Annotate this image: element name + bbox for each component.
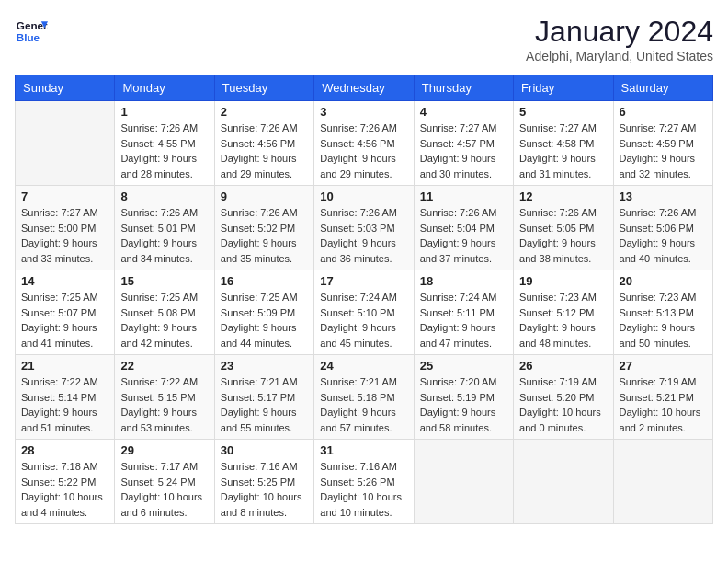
calendar-cell: 13Sunrise: 7:26 AMSunset: 5:06 PMDayligh… [613, 186, 712, 270]
title-block: January 2024 Adelphi, Maryland, United S… [526, 15, 713, 63]
calendar-week-row: 1Sunrise: 7:26 AMSunset: 4:55 PMDaylight… [16, 101, 713, 186]
sunrise-text: Sunrise: 7:27 AM [21, 205, 108, 221]
sunrise-text: Sunrise: 7:19 AM [620, 374, 707, 390]
cell-content: Sunrise: 7:22 AMSunset: 5:15 PMDaylight:… [120, 374, 208, 435]
sunset-text: Sunset: 5:10 PM [320, 305, 407, 321]
calendar-cell: 22Sunrise: 7:22 AMSunset: 5:15 PMDayligh… [115, 355, 214, 440]
svg-text:Blue: Blue [17, 31, 40, 43]
sunset-text: Sunset: 5:04 PM [420, 221, 507, 236]
cell-content: Sunrise: 7:26 AMSunset: 5:03 PMDaylight:… [320, 205, 407, 266]
day-number: 25 [420, 359, 507, 373]
sunset-text: Sunset: 5:02 PM [221, 221, 308, 236]
calendar-cell [613, 440, 712, 524]
daylight-text: Daylight: 9 hours and 30 minutes. [420, 151, 507, 181]
header-day: Wednesday [314, 75, 414, 101]
daylight-text: Daylight: 9 hours and 41 minutes. [21, 320, 108, 350]
calendar-cell: 16Sunrise: 7:25 AMSunset: 5:09 PMDayligh… [214, 270, 313, 355]
day-number: 15 [120, 274, 208, 288]
calendar-cell [16, 101, 115, 186]
calendar-cell: 9Sunrise: 7:26 AMSunset: 5:02 PMDaylight… [214, 186, 313, 270]
sunrise-text: Sunrise: 7:23 AM [519, 290, 607, 305]
day-number: 28 [21, 443, 108, 457]
calendar-cell: 6Sunrise: 7:27 AMSunset: 4:59 PMDaylight… [613, 101, 712, 186]
daylight-text: Daylight: 9 hours and 51 minutes. [21, 405, 108, 435]
sunrise-text: Sunrise: 7:20 AM [420, 374, 507, 390]
cell-content: Sunrise: 7:26 AMSunset: 5:01 PMDaylight:… [120, 205, 208, 266]
sunrise-text: Sunrise: 7:18 AM [21, 459, 108, 475]
daylight-text: Daylight: 9 hours and 32 minutes. [620, 151, 707, 181]
day-number: 11 [420, 190, 507, 203]
calendar-cell: 12Sunrise: 7:26 AMSunset: 5:05 PMDayligh… [514, 186, 613, 270]
calendar-cell: 10Sunrise: 7:26 AMSunset: 5:03 PMDayligh… [314, 186, 414, 270]
sunset-text: Sunset: 5:26 PM [320, 475, 407, 490]
sunrise-text: Sunrise: 7:25 AM [221, 290, 308, 305]
daylight-text: Daylight: 9 hours and 45 minutes. [320, 320, 407, 350]
cell-content: Sunrise: 7:26 AMSunset: 5:04 PMDaylight:… [420, 205, 507, 266]
cell-content: Sunrise: 7:25 AMSunset: 5:09 PMDaylight:… [221, 290, 308, 350]
sunrise-text: Sunrise: 7:26 AM [120, 205, 208, 221]
daylight-text: Daylight: 9 hours and 37 minutes. [420, 236, 507, 266]
header-day: Saturday [613, 75, 712, 101]
day-number: 19 [519, 274, 607, 288]
day-number: 27 [620, 359, 707, 373]
sunset-text: Sunset: 5:11 PM [420, 305, 507, 321]
sunset-text: Sunset: 5:19 PM [420, 390, 507, 406]
daylight-text: Daylight: 9 hours and 33 minutes. [21, 236, 108, 266]
location: Adelphi, Maryland, United States [526, 49, 713, 63]
cell-content: Sunrise: 7:18 AMSunset: 5:22 PMDaylight:… [21, 459, 108, 520]
sunrise-text: Sunrise: 7:27 AM [519, 121, 607, 136]
sunset-text: Sunset: 5:22 PM [21, 475, 108, 490]
day-number: 14 [21, 274, 108, 288]
header-day: Friday [514, 75, 613, 101]
cell-content: Sunrise: 7:25 AMSunset: 5:07 PMDaylight:… [21, 290, 108, 350]
cell-content: Sunrise: 7:26 AMSunset: 5:06 PMDaylight:… [620, 205, 707, 266]
cell-content: Sunrise: 7:19 AMSunset: 5:21 PMDaylight:… [620, 374, 707, 435]
calendar-week-row: 21Sunrise: 7:22 AMSunset: 5:14 PMDayligh… [16, 355, 713, 440]
sunset-text: Sunset: 4:58 PM [519, 136, 607, 152]
daylight-text: Daylight: 9 hours and 28 minutes. [120, 151, 208, 181]
sunset-text: Sunset: 5:25 PM [221, 475, 308, 490]
daylight-text: Daylight: 9 hours and 50 minutes. [620, 320, 707, 350]
cell-content: Sunrise: 7:16 AMSunset: 5:26 PMDaylight:… [320, 459, 407, 520]
sunrise-text: Sunrise: 7:22 AM [21, 374, 108, 390]
cell-content: Sunrise: 7:27 AMSunset: 4:58 PMDaylight:… [519, 121, 607, 181]
sunset-text: Sunset: 5:14 PM [21, 390, 108, 406]
header-row: SundayMondayTuesdayWednesdayThursdayFrid… [16, 75, 713, 101]
sunset-text: Sunset: 5:13 PM [620, 305, 707, 321]
calendar-cell: 20Sunrise: 7:23 AMSunset: 5:13 PMDayligh… [613, 270, 712, 355]
sunrise-text: Sunrise: 7:24 AM [320, 290, 407, 305]
day-number: 9 [221, 190, 308, 203]
calendar-cell: 1Sunrise: 7:26 AMSunset: 4:55 PMDaylight… [115, 101, 214, 186]
cell-content: Sunrise: 7:22 AMSunset: 5:14 PMDaylight:… [21, 374, 108, 435]
calendar-cell: 2Sunrise: 7:26 AMSunset: 4:56 PMDaylight… [214, 101, 313, 186]
calendar-table: SundayMondayTuesdayWednesdayThursdayFrid… [15, 75, 713, 524]
cell-content: Sunrise: 7:27 AMSunset: 4:59 PMDaylight:… [620, 121, 707, 181]
sunrise-text: Sunrise: 7:17 AM [120, 459, 208, 475]
sunset-text: Sunset: 5:12 PM [519, 305, 607, 321]
day-number: 4 [420, 105, 507, 119]
daylight-text: Daylight: 9 hours and 48 minutes. [519, 320, 607, 350]
sunrise-text: Sunrise: 7:26 AM [221, 205, 308, 221]
cell-content: Sunrise: 7:16 AMSunset: 5:25 PMDaylight:… [221, 459, 308, 520]
calendar-cell: 8Sunrise: 7:26 AMSunset: 5:01 PMDaylight… [115, 186, 214, 270]
daylight-text: Daylight: 9 hours and 40 minutes. [620, 236, 707, 266]
calendar-cell: 11Sunrise: 7:26 AMSunset: 5:04 PMDayligh… [414, 186, 513, 270]
daylight-text: Daylight: 10 hours and 2 minutes. [620, 405, 707, 435]
day-number: 30 [221, 443, 308, 457]
daylight-text: Daylight: 10 hours and 0 minutes. [519, 405, 607, 435]
calendar-cell: 7Sunrise: 7:27 AMSunset: 5:00 PMDaylight… [16, 186, 115, 270]
daylight-text: Daylight: 10 hours and 4 minutes. [21, 489, 108, 520]
sunrise-text: Sunrise: 7:27 AM [620, 121, 707, 136]
cell-content: Sunrise: 7:24 AMSunset: 5:11 PMDaylight:… [420, 290, 507, 350]
daylight-text: Daylight: 10 hours and 10 minutes. [320, 489, 407, 520]
sunrise-text: Sunrise: 7:26 AM [320, 205, 407, 221]
daylight-text: Daylight: 9 hours and 29 minutes. [221, 151, 308, 181]
cell-content: Sunrise: 7:17 AMSunset: 5:24 PMDaylight:… [120, 459, 208, 520]
sunset-text: Sunset: 5:06 PM [620, 221, 707, 236]
cell-content: Sunrise: 7:26 AMSunset: 5:02 PMDaylight:… [221, 205, 308, 266]
calendar-cell: 29Sunrise: 7:17 AMSunset: 5:24 PMDayligh… [115, 440, 214, 524]
sunrise-text: Sunrise: 7:26 AM [221, 121, 308, 136]
calendar-cell: 24Sunrise: 7:21 AMSunset: 5:18 PMDayligh… [314, 355, 414, 440]
page-header: General Blue January 2024 Adelphi, Maryl… [15, 15, 713, 63]
sunset-text: Sunset: 5:21 PM [620, 390, 707, 406]
